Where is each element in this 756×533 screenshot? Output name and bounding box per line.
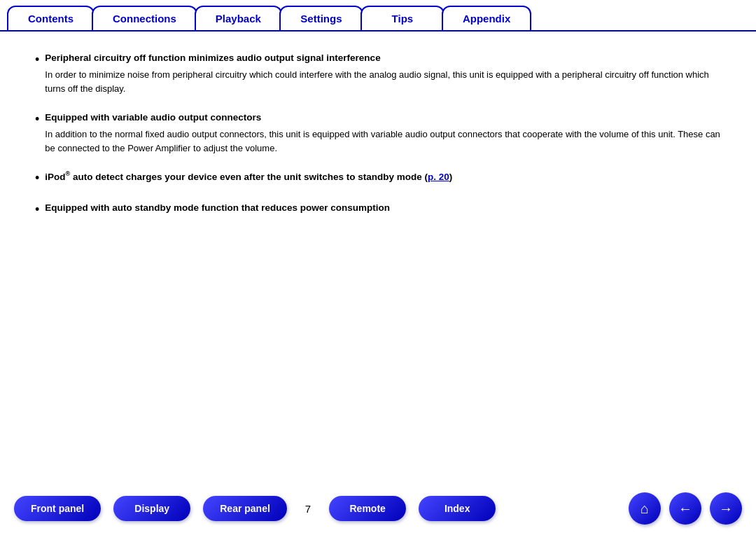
display-button[interactable]: Display — [113, 496, 190, 521]
bullet-text-1: In order to minimize noise from peripher… — [45, 68, 721, 96]
tab-contents[interactable]: Contents — [7, 6, 94, 30]
bottom-navigation: Front panel Display Rear panel 7 Remote … — [0, 484, 756, 533]
forward-button[interactable]: → — [710, 492, 742, 525]
bullet-icon: • — [35, 52, 39, 68]
bullet-icon: • — [35, 111, 39, 127]
bullet-title-4: Equipped with auto standby mode function… — [45, 201, 721, 215]
tab-tips[interactable]: Tips — [360, 6, 444, 30]
tab-settings[interactable]: Settings — [279, 6, 363, 30]
bullet-icon: • — [35, 202, 39, 218]
front-panel-button[interactable]: Front panel — [14, 496, 101, 521]
top-navigation: Contents Connections Playback Settings T… — [0, 0, 756, 32]
rear-panel-button[interactable]: Rear panel — [203, 496, 287, 521]
bullet-icon: • — [35, 170, 39, 186]
bullet-text-2: In addition to the normal fixed audio ou… — [45, 127, 721, 155]
main-content: • Peripheral circuitry off function mini… — [0, 32, 756, 246]
bullet-content-1: Peripheral circuitry off function minimi… — [45, 51, 721, 97]
list-item: • iPod® auto detect charges your device … — [35, 169, 721, 187]
index-button[interactable]: Index — [419, 496, 496, 521]
bullet-content-3: iPod® auto detect charges your device ev… — [45, 169, 721, 187]
page-number: 7 — [305, 503, 311, 515]
superscript-registered: ® — [66, 170, 71, 177]
tab-connections[interactable]: Connections — [92, 6, 197, 30]
tab-playback[interactable]: Playback — [195, 6, 282, 30]
bullet-title-2: Equipped with variable audio output conn… — [45, 111, 721, 125]
bottom-nav-left: Front panel Display Rear panel 7 Remote … — [14, 496, 496, 521]
tab-appendix[interactable]: Appendix — [442, 6, 531, 30]
bullet-content-2: Equipped with variable audio output conn… — [45, 111, 721, 156]
bullet-title-3: iPod® auto detect charges your device ev… — [45, 169, 721, 184]
back-button[interactable]: ← — [669, 492, 701, 525]
page-link-20[interactable]: p. 20 — [428, 172, 449, 182]
list-item: • Equipped with auto standby mode functi… — [35, 201, 721, 218]
bullet-content-4: Equipped with auto standby mode function… — [45, 201, 721, 218]
remote-button[interactable]: Remote — [329, 496, 406, 521]
bullet-title-1: Peripheral circuitry off function minimi… — [45, 51, 721, 65]
list-item: • Peripheral circuitry off function mini… — [35, 51, 721, 97]
bottom-nav-right: ⌂ ← → — [629, 492, 742, 525]
list-item: • Equipped with variable audio output co… — [35, 111, 721, 156]
home-button[interactable]: ⌂ — [629, 492, 661, 525]
